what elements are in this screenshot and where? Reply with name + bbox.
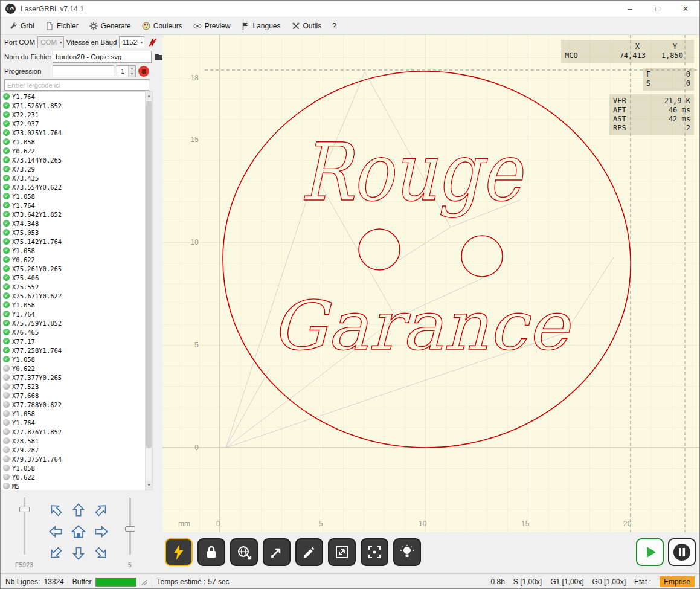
gcode-status-icon	[3, 338, 10, 344]
scroll-thumb[interactable]	[146, 101, 152, 448]
file-label: Nom du Fichier	[4, 53, 50, 60]
progress-input[interactable]	[53, 65, 114, 77]
feed-slider[interactable]	[19, 497, 30, 555]
stop-button[interactable]	[138, 66, 149, 77]
jog-down-left-button[interactable]	[44, 542, 67, 564]
menu-langues[interactable]: Langues	[236, 19, 285, 33]
gcode-status-icon	[3, 437, 10, 444]
baud-select[interactable]: 115200 ▾	[119, 36, 144, 48]
scroll-down-icon[interactable]: ▼	[146, 481, 152, 489]
spin-down-icon[interactable]: ▼	[129, 71, 135, 77]
menu-preview[interactable]: Preview	[188, 19, 236, 33]
time-value: 57 sec	[208, 578, 229, 586]
focus-button[interactable]	[361, 538, 388, 566]
blink-laser-button[interactable]	[393, 538, 421, 566]
disconnect-button[interactable]	[147, 36, 159, 48]
jog-home-button[interactable]	[67, 521, 90, 542]
pass-count-value: 1	[117, 66, 128, 77]
jog-down-button[interactable]	[67, 542, 90, 564]
jog-up-left-button[interactable]	[44, 499, 67, 521]
gcode-line: Y1.058	[1, 409, 145, 418]
step-slider-thumb[interactable]	[125, 526, 135, 532]
title-bar: LG LaserGRBL v7.14.1 – □ ×	[1, 1, 699, 18]
jog-left-button[interactable]	[44, 521, 67, 542]
pause-button[interactable]	[668, 538, 696, 566]
gcode-status-icon	[3, 347, 10, 353]
gcode-status-icon	[3, 465, 10, 471]
gcode-status-icon	[3, 175, 10, 181]
arrow-corner-icon	[269, 544, 284, 560]
spin-up-icon[interactable]: ▲	[129, 66, 135, 71]
jog-down-right-button[interactable]	[90, 542, 113, 564]
maximize-button[interactable]: □	[644, 1, 672, 17]
lock-button[interactable]	[197, 538, 225, 566]
go-to-origin-button[interactable]	[230, 538, 258, 566]
gcode-status-icon	[3, 446, 10, 453]
gcode-text: X77.377Y0.265	[12, 374, 62, 381]
gcode-line: Y1.764	[1, 418, 145, 427]
jog-right-button[interactable]	[90, 521, 113, 542]
gcode-text: X75.142Y1.764	[12, 238, 62, 245]
gcode-status-icon	[3, 184, 10, 190]
gcode-text: X77.523	[12, 383, 39, 390]
gcode-status-icon	[3, 483, 10, 489]
gcode-scrollbar[interactable]: ▲ ▼	[145, 91, 153, 490]
gcode-text: Y1.058	[12, 138, 35, 146]
stat-key: AFT	[613, 106, 640, 115]
menu-couleurs[interactable]: Couleurs	[137, 19, 187, 33]
port-select[interactable]: COM ▾	[37, 36, 64, 48]
gcode-list[interactable]: Y1.764 X71.526Y1.852 X72.231 X72.937 X73…	[1, 91, 145, 490]
jog-up-right-button[interactable]	[90, 499, 113, 521]
gcode-status-icon	[3, 455, 10, 462]
f-value: 0	[686, 70, 690, 79]
minimize-button[interactable]: –	[616, 1, 644, 17]
gcode-line: X73.435	[1, 173, 145, 182]
gcode-status-icon	[3, 220, 10, 227]
file-name-input[interactable]	[53, 51, 152, 63]
s-override: S [1,00x]	[513, 578, 542, 586]
step-slider[interactable]	[124, 497, 135, 555]
gcode-status-icon	[3, 211, 10, 217]
preview-canvas[interactable]: Rouge Garance 18 15 10 5 0 0 5 10 15 20 …	[162, 35, 700, 532]
menu-help[interactable]: ?	[327, 19, 341, 33]
close-button[interactable]: ×	[672, 1, 699, 17]
trace-border-button[interactable]	[295, 538, 323, 566]
gcode-line: Y1.764	[1, 92, 145, 101]
gcode-text: X71.526Y1.852	[12, 102, 62, 109]
gcode-text: Y1.058	[12, 410, 35, 417]
gcode-text: X75.671Y0.622	[12, 292, 62, 300]
menu-generate[interactable]: Generate	[85, 19, 136, 33]
frame-size-button[interactable]	[328, 538, 356, 566]
gcode-line: Y1.764	[1, 201, 145, 210]
scroll-up-icon[interactable]: ▲	[146, 92, 152, 100]
move-to-position-button[interactable]	[263, 538, 291, 566]
menu-label: Outils	[303, 22, 322, 30]
menu-label: Grbl	[21, 22, 34, 30]
gcode-line: Y1.058	[1, 246, 145, 255]
wrench-icon	[9, 22, 18, 30]
power-button[interactable]	[165, 538, 193, 566]
pass-count-spinner[interactable]: 1 ▲▼	[117, 65, 136, 77]
gcode-line: M5	[1, 481, 145, 490]
jog-up-button[interactable]	[67, 499, 90, 521]
play-button[interactable]	[636, 538, 664, 566]
feed-speed-overlay: F0 S0	[643, 68, 694, 91]
gcode-line: X78.581	[1, 436, 145, 445]
gcode-text: X76.465	[12, 329, 39, 336]
gcode-line: X73.144Y0.265	[1, 155, 145, 164]
gcode-text: X79.287	[12, 446, 39, 454]
menu-fichier[interactable]: Fichier	[40, 19, 83, 33]
gcode-text: X77.668	[12, 392, 39, 399]
y-tick-label: 18	[185, 74, 199, 82]
stat-key: AST	[613, 115, 640, 124]
feed-slider-thumb[interactable]	[19, 507, 30, 512]
play-icon	[641, 543, 659, 561]
gcode-text: X73.554Y0.622	[12, 184, 62, 191]
y-tick-label: 10	[185, 238, 199, 246]
menu-outils[interactable]: Outils	[287, 19, 327, 33]
gcode-command-input[interactable]	[4, 79, 149, 91]
menu-bar: Grbl Fichier Generate Couleurs Preview L…	[1, 18, 699, 35]
stat-row: VER 21,9 K	[613, 97, 690, 106]
menu-grbl[interactable]: Grbl	[4, 19, 39, 33]
gcode-line: X71.526Y1.852	[1, 101, 145, 110]
